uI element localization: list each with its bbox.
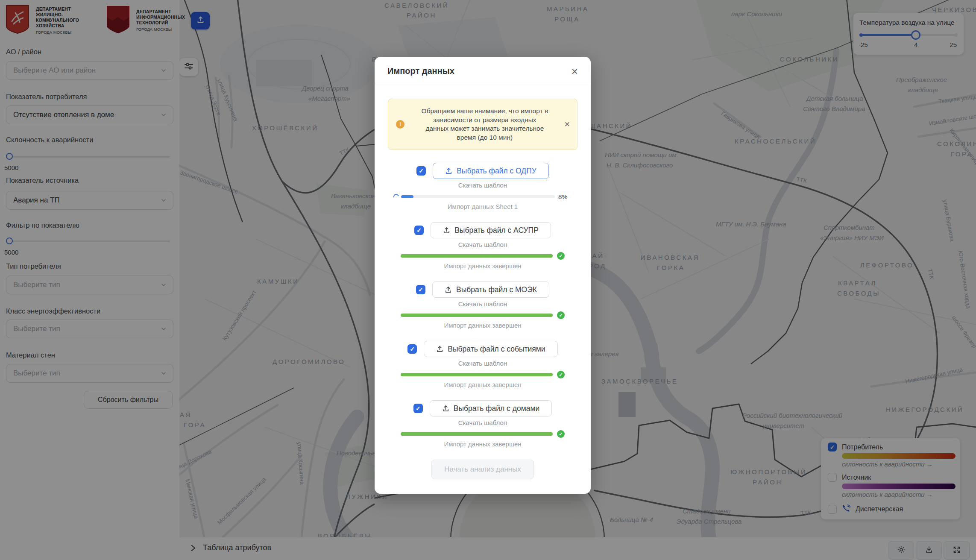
upload-icon — [443, 227, 450, 234]
download-template-link[interactable]: Скачать шаблон — [375, 419, 591, 426]
import-row-checkbox[interactable]: ✓ — [416, 285, 425, 294]
start-analysis-button[interactable]: Начать анализ данных — [431, 460, 534, 479]
check-circle-icon: ✓ — [557, 252, 565, 260]
app: САВЕЛОВСКИЙРАЙОНМАРЬИНАРОЩАЧЕРКИЗОВОпарк… — [0, 0, 976, 560]
choose-file-label: Выбрать файл с ОДПУ — [457, 167, 536, 176]
import-row-checkbox[interactable]: ✓ — [414, 226, 424, 235]
import-row: ✓Выбрать файл с МОЭКСкачать шаблон✓Импор… — [375, 281, 591, 329]
choose-file-button[interactable]: Выбрать файл с МОЭК — [432, 281, 549, 298]
warning-banner: ! Обращаем ваше внимание, что импорт в з… — [388, 99, 577, 150]
progress-fill — [401, 195, 413, 198]
import-row-checkbox[interactable]: ✓ — [413, 404, 423, 413]
import-row: ✓Выбрать файл с АСУПРСкачать шаблон✓Импо… — [375, 222, 591, 270]
import-progress: 8% — [375, 193, 591, 200]
import-progress: ✓ — [375, 312, 591, 319]
progress-percent: 8% — [558, 193, 572, 200]
choose-file-label: Выбрать файл с МОЭК — [456, 285, 537, 294]
warning-icon: ! — [396, 120, 404, 129]
upload-icon — [445, 167, 452, 175]
upload-icon — [445, 286, 452, 293]
progress-complete-bar — [401, 314, 553, 317]
import-status-text: Импорт данных завершен — [375, 440, 591, 448]
import-row: ✓Выбрать файл с событиямиСкачать шаблон✓… — [375, 341, 591, 388]
progress-track — [401, 195, 555, 198]
import-progress: ✓ — [375, 252, 591, 259]
import-status-text: Импорт данных завершен — [375, 322, 591, 329]
check-circle-icon: ✓ — [557, 430, 565, 438]
warning-text: Обращаем ваше внимание, что импорт в зав… — [409, 107, 561, 142]
download-template-link[interactable]: Скачать шаблон — [375, 300, 591, 308]
import-rows: ✓Выбрать файл с ОДПУСкачать шаблон8%Импо… — [375, 163, 591, 448]
warning-close-button[interactable]: ✕ — [564, 120, 570, 129]
choose-file-label: Выбрать файл с событиями — [448, 345, 545, 354]
choose-file-button[interactable]: Выбрать файл с домами — [430, 400, 552, 416]
import-progress: ✓ — [375, 431, 591, 437]
modal-title: Импорт данных — [387, 66, 454, 76]
upload-icon — [436, 346, 443, 353]
download-template-link[interactable]: Скачать шаблон — [375, 241, 591, 248]
import-row: ✓Выбрать файл с домамиСкачать шаблон✓Имп… — [375, 400, 591, 448]
check-circle-icon: ✓ — [557, 371, 565, 378]
choose-file-button[interactable]: Выбрать файл с АСУПР — [431, 222, 551, 238]
import-status-text: Импорт данных завершен — [375, 381, 591, 388]
choose-file-label: Выбрать файл с домами — [454, 404, 539, 413]
import-data-modal: Импорт данных × ! Обращаем ваше внимание… — [375, 57, 591, 494]
progress-complete-bar — [401, 254, 553, 258]
check-circle-icon: ✓ — [557, 311, 565, 319]
download-template-link[interactable]: Скачать шаблон — [375, 360, 591, 367]
choose-file-button[interactable]: Выбрать файл с ОДПУ — [433, 163, 549, 179]
choose-file-label: Выбрать файл с АСУПР — [454, 226, 539, 235]
import-row: ✓Выбрать файл с ОДПУСкачать шаблон8%Импо… — [375, 163, 591, 210]
import-progress: ✓ — [375, 371, 591, 378]
import-row-checkbox[interactable]: ✓ — [416, 166, 426, 176]
upload-icon — [442, 405, 449, 412]
choose-file-button[interactable]: Выбрать файл с событиями — [424, 341, 557, 357]
progress-complete-bar — [401, 373, 553, 376]
import-status-text: Импорт данных завершен — [375, 262, 591, 270]
progress-complete-bar — [401, 432, 553, 436]
import-row-checkbox[interactable]: ✓ — [407, 344, 417, 354]
import-status-text: Импорт данных Sheet 1 — [375, 203, 591, 210]
spinner-icon — [393, 193, 400, 200]
modal-close-button[interactable]: × — [572, 67, 578, 76]
download-template-link[interactable]: Скачать шаблон — [375, 182, 591, 189]
